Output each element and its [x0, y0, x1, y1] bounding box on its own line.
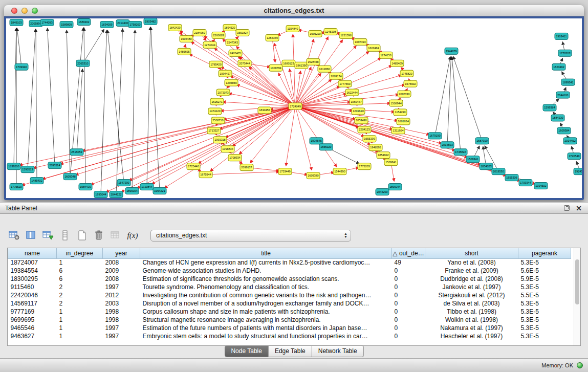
- graph-node[interactable]: 2204123: [358, 126, 371, 133]
- graph-node[interactable]: 1899304: [125, 188, 139, 194]
- graph-node[interactable]: 1599384: [543, 104, 556, 111]
- graph-node[interactable]: 1934545: [310, 138, 323, 144]
- column-header-title[interactable]: title: [140, 248, 392, 258]
- graph-node[interactable]: 1778203: [558, 50, 572, 56]
- table-row[interactable]: 2242004622012Investigating the contribut…: [8, 291, 571, 299]
- graph-node[interactable]: 1485402: [30, 178, 43, 184]
- graph-node[interactable]: 1623492: [552, 63, 565, 70]
- graph-node[interactable]: 2044100: [556, 92, 570, 98]
- tab-edge-table[interactable]: Edge Table: [269, 345, 312, 357]
- column-header-in-degree[interactable]: in_degree: [57, 248, 103, 258]
- graph-node[interactable]: 1060447: [350, 98, 363, 105]
- graph-node[interactable]: 2516053: [70, 149, 83, 156]
- graph-node[interactable]: 1775520: [10, 184, 23, 190]
- graph-node[interactable]: 1509341: [466, 156, 480, 163]
- graph-node[interactable]: 1245308: [324, 28, 337, 35]
- graph-node[interactable]: 1903411: [555, 33, 568, 39]
- graph-node[interactable]: 1713527: [207, 127, 221, 134]
- graph-node[interactable]: 1745822: [454, 149, 467, 156]
- table-row[interactable]: 1456911722003Disruption of a novel membe…: [8, 299, 571, 308]
- graph-node[interactable]: 1154490: [394, 109, 407, 116]
- graph-node[interactable]: 1744093: [40, 19, 54, 26]
- graph-node[interactable]: 1954221: [153, 188, 166, 194]
- graph-node[interactable]: 1274044: [203, 41, 216, 48]
- graph-node[interactable]: 1894520: [223, 24, 236, 31]
- graph-node[interactable]: 2014452: [563, 138, 577, 144]
- graph-node[interactable]: 1311604: [391, 127, 405, 134]
- graph-node[interactable]: 2044200: [376, 189, 389, 195]
- graph-node[interactable]: 1693044: [94, 191, 107, 198]
- graph-node[interactable]: 1154840: [286, 25, 299, 32]
- graph-node[interactable]: 1854922: [377, 152, 390, 159]
- graph-node[interactable]: 1485409: [390, 60, 404, 67]
- graph-node[interactable]: 1675944: [199, 171, 212, 178]
- graph-node[interactable]: 2065310: [76, 60, 90, 67]
- graph-node[interactable]: 1274150: [379, 52, 393, 58]
- graph-node[interactable]: 1612880: [318, 65, 331, 72]
- tab-node-table[interactable]: Node Table: [224, 345, 269, 357]
- graph-node[interactable]: 1903482: [144, 18, 157, 25]
- graph-node[interactable]: 1680123: [282, 60, 295, 67]
- graph-node[interactable]: 1589809: [60, 21, 73, 28]
- graph-node[interactable]: 1689302: [77, 18, 91, 25]
- close-window-button[interactable]: [11, 8, 17, 14]
- table-panel-settings-icon[interactable]: [8, 230, 20, 241]
- tab-network-table[interactable]: Network Table: [312, 345, 364, 357]
- graph-node[interactable]: 1544390: [333, 168, 346, 175]
- graph-node[interactable]: 1474120: [208, 108, 222, 115]
- graph-node[interactable]: 1008799: [269, 64, 282, 71]
- create-table-icon[interactable]: [76, 230, 88, 241]
- graph-node[interactable]: 1709344: [519, 180, 532, 186]
- graph-node[interactable]: 1899341: [561, 79, 575, 85]
- graph-node[interactable]: 1590513: [21, 166, 34, 173]
- graph-node[interactable]: 1675902: [404, 80, 417, 87]
- graph-node[interactable]: 2420405: [229, 50, 242, 56]
- graph-node[interactable]: 2073444: [238, 60, 251, 67]
- graph-node[interactable]: 1528458: [307, 58, 320, 65]
- network-graph[interactable]: 1724049184242016044802184060127404422606…: [6, 18, 582, 198]
- graph-node[interactable]: 1853490: [355, 117, 368, 124]
- graph-node[interactable]: 1625271: [210, 98, 224, 105]
- graph-node[interactable]: 1724049: [289, 103, 302, 110]
- row-height-icon[interactable]: [59, 230, 71, 241]
- graph-node[interactable]: 1777660: [338, 80, 352, 87]
- graph-node[interactable]: 1655320: [319, 144, 333, 150]
- graph-node[interactable]: 1924501: [574, 168, 582, 175]
- column-header-out-de[interactable]: △ out_de…: [392, 248, 425, 258]
- graph-node[interactable]: 1720549: [568, 153, 581, 160]
- graph-node[interactable]: 1609348: [63, 173, 77, 180]
- table-row[interactable]: 969969511998Structural magnetic resonanc…: [8, 316, 571, 324]
- graph-node[interactable]: 1884330: [551, 115, 564, 121]
- graph-node[interactable]: 2093114: [48, 162, 61, 169]
- graph-node[interactable]: 1508944: [389, 100, 403, 106]
- column-header-short[interactable]: short: [425, 248, 518, 258]
- graph-node[interactable]: 1221598: [339, 32, 353, 38]
- graph-node[interactable]: 2089174: [330, 73, 343, 79]
- graph-node[interactable]: 1651827: [236, 29, 249, 36]
- graph-node[interactable]: 1842420: [168, 24, 182, 31]
- graph-node[interactable]: 1609380: [307, 172, 320, 179]
- graph-node[interactable]: 1948592: [369, 144, 382, 151]
- table-row[interactable]: 1830029562008Estimation of significance …: [8, 275, 571, 283]
- graph-node[interactable]: 1604480: [180, 35, 193, 42]
- graph-node[interactable]: 1720844: [140, 184, 154, 190]
- graph-node[interactable]: 1984430: [79, 184, 92, 190]
- graph-node[interactable]: 1993318: [213, 137, 227, 143]
- graph-node[interactable]: 1547343: [226, 39, 239, 46]
- graph-node[interactable]: 1709340: [15, 63, 28, 70]
- close-panel-icon[interactable]: ✕: [575, 204, 583, 212]
- network-window-titlebar[interactable]: citations_edges.txt: [4, 5, 584, 16]
- table-select-dropdown[interactable]: citations_edges.txt ▲▼: [150, 230, 351, 242]
- graph-node[interactable]: 1745820: [400, 70, 413, 77]
- graph-node[interactable]: 1655399: [363, 136, 376, 142]
- merge-tables-icon[interactable]: [110, 230, 122, 241]
- table-vertical-scrollbar[interactable]: [574, 248, 580, 345]
- graph-node[interactable]: 1758200: [128, 21, 142, 28]
- delete-table-icon[interactable]: [93, 230, 105, 241]
- table-row[interactable]: 1938455462009Genome-wide association stu…: [8, 267, 571, 275]
- graph-node[interactable]: 2085330: [398, 91, 411, 97]
- graph-node[interactable]: 1785420: [209, 61, 223, 68]
- network-canvas[interactable]: 1724049184242016044802184060127404422606…: [6, 18, 582, 198]
- graph-node[interactable]: 1547390: [117, 180, 130, 186]
- graph-node[interactable]: 2073073: [216, 89, 230, 96]
